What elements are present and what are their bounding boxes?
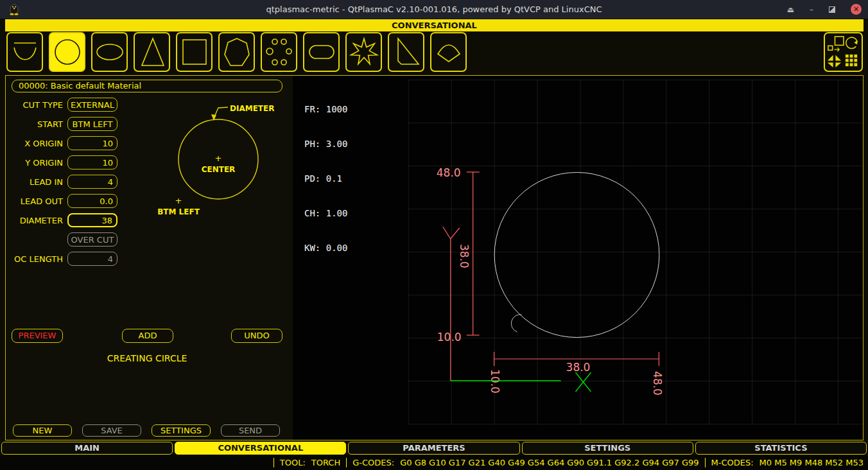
- preview-plot: 48.0 10.0 38.0 38.0 10.0 48.0: [293, 76, 863, 440]
- status-divider: [273, 458, 274, 467]
- titlebar: qtplasmac-metric - QtPlasmaC v2.10-001.0…: [0, 0, 868, 19]
- shape-triangle-button[interactable]: [134, 32, 170, 72]
- shape-circle-button[interactable]: [49, 32, 85, 72]
- circle-form-panel: 00000: Basic default Material CUT TYPE E…: [6, 76, 293, 440]
- preview-grid: [408, 80, 863, 424]
- material-select[interactable]: 00000: Basic default Material: [12, 80, 282, 92]
- rectangle-icon: [178, 35, 211, 69]
- dim-height: 38.0: [458, 244, 471, 268]
- dim-width: 38.0: [566, 361, 591, 374]
- gcodes-value: G0 G8 G10 G17 G21 G40 G49 G54 G64 G90 G9…: [400, 458, 699, 467]
- diameter-field[interactable]: [67, 213, 117, 227]
- slot-icon: [306, 35, 338, 69]
- sector-icon: [433, 35, 465, 69]
- qtplasmac-window: qtplasmac-metric - QtPlasmaC v2.10-001.0…: [0, 0, 868, 470]
- preview-button[interactable]: PREVIEW: [12, 329, 63, 343]
- preview-viewport[interactable]: FR: 1000 PH: 3.00 PD: 0.1 CH: 1.00 KW: 0…: [293, 76, 863, 440]
- gcodes-label: G-CODES:: [352, 458, 394, 467]
- shade-icon[interactable]: ⏏: [787, 6, 794, 13]
- undo-button[interactable]: UNDO: [231, 329, 282, 343]
- new-button[interactable]: NEW: [13, 424, 72, 437]
- window-title: qtplasmac-metric - QtPlasmaC v2.10-001.0…: [0, 4, 868, 14]
- diagram-diameter-label: DIAMETER: [230, 104, 274, 113]
- diagram-btm-left-label: BTM LEFT: [157, 207, 200, 216]
- lead-in-field[interactable]: [67, 175, 117, 189]
- minimize-icon[interactable]: –: [810, 6, 813, 13]
- diagram-center-marker: +: [215, 153, 222, 163]
- start-button[interactable]: BTM LEFT: [67, 117, 117, 131]
- lead-in-label: LEAD IN: [6, 177, 63, 187]
- close-icon[interactable]: ✕: [851, 4, 862, 15]
- diameter-label: DIAMETER: [6, 216, 63, 225]
- rotate-icon[interactable]: [846, 37, 856, 48]
- dim-right: 48.0: [651, 371, 664, 396]
- shape-bolt-circle-button[interactable]: [261, 32, 297, 72]
- x-origin-label: X ORIGIN: [6, 139, 63, 148]
- tab-main[interactable]: MAIN: [1, 442, 173, 455]
- tool-value: TORCH: [311, 458, 340, 467]
- shape-gusset-button[interactable]: [388, 32, 424, 72]
- triangle-icon: [136, 35, 168, 69]
- mirror-icon[interactable]: [827, 55, 840, 67]
- shape-transform-group: [824, 32, 863, 72]
- diagram-btm-left-marker: +: [175, 196, 182, 205]
- bolt-circle-icon: [263, 35, 295, 69]
- lead-out-field[interactable]: [67, 194, 117, 208]
- cut-type-label: CUT TYPE: [6, 100, 63, 110]
- array-icon[interactable]: [845, 55, 856, 66]
- oc-length-label: OC LENGTH: [6, 254, 63, 264]
- mcodes-value: M0 M5 M9 M48 M52 M53: [759, 458, 864, 467]
- shape-slot-button[interactable]: [303, 32, 340, 72]
- y-origin-label: Y ORIGIN: [6, 158, 63, 168]
- start-label: START: [6, 119, 63, 129]
- oc-length-field[interactable]: [67, 252, 117, 266]
- conversational-banner: CONVERSATIONAL: [5, 19, 864, 31]
- settings-button[interactable]: SETTINGS: [152, 424, 211, 437]
- mcodes-label: M-CODES:: [711, 458, 754, 467]
- status-divider: [705, 458, 706, 467]
- shape-ellipse-button[interactable]: [91, 32, 128, 72]
- save-button[interactable]: SAVE: [82, 424, 141, 437]
- tool-label: TOOL:: [280, 458, 306, 467]
- dim-left: 10.0: [489, 369, 501, 394]
- dim-bottom: 10.0: [437, 331, 462, 344]
- star-icon: [348, 35, 380, 69]
- shape-polygon-button[interactable]: [218, 32, 255, 72]
- tab-parameters[interactable]: PARAMETERS: [348, 442, 519, 455]
- scale-icon[interactable]: [828, 37, 843, 51]
- x-origin-field[interactable]: [67, 136, 117, 150]
- diagram-center-label: CENTER: [202, 165, 236, 174]
- conversational-panel: 00000: Basic default Material CUT TYPE E…: [5, 75, 864, 440]
- cut-type-button[interactable]: EXTERNAL: [67, 98, 117, 112]
- add-button[interactable]: ADD: [122, 329, 173, 343]
- ellipse-icon: [94, 35, 126, 69]
- creating-status-text: CREATING CIRCLE: [44, 353, 250, 363]
- shape-star-button[interactable]: [345, 32, 382, 72]
- y-origin-field[interactable]: [67, 155, 117, 170]
- gusset-icon: [390, 35, 422, 69]
- polygon-icon: [221, 35, 253, 69]
- tab-statistics[interactable]: STATISTICS: [695, 442, 867, 455]
- diagram-arrowhead: [211, 114, 216, 121]
- lead-out-label: LEAD OUT: [6, 196, 63, 206]
- tab-settings[interactable]: SETTINGS: [522, 442, 693, 455]
- shape-rectangle-button[interactable]: [176, 32, 213, 72]
- over-cut-button[interactable]: OVER CUT: [67, 232, 117, 247]
- statusbar: TOOL: TORCH G-CODES: G0 G8 G10 G17 G21 G…: [0, 455, 868, 470]
- circle-icon: [51, 35, 83, 69]
- restore-icon[interactable]: [829, 6, 835, 13]
- tab-conversational[interactable]: CONVERSATIONAL: [175, 442, 346, 455]
- send-button[interactable]: SEND: [221, 424, 280, 437]
- shape-line-button[interactable]: [6, 32, 43, 72]
- status-divider: [346, 458, 347, 467]
- dim-top: 48.0: [437, 166, 461, 179]
- shape-toolbar: [0, 32, 868, 73]
- main-tabbar: MAIN CONVERSATIONAL PARAMETERS SETTINGS …: [1, 442, 867, 455]
- linuxcnc-penguin-icon: [9, 3, 19, 15]
- line-arc-icon: [9, 35, 41, 69]
- shape-sector-button[interactable]: [430, 32, 467, 72]
- cut-parameters-readout: FR: 1000 PH: 3.00 PD: 0.1 CH: 1.00 KW: 0…: [304, 80, 347, 277]
